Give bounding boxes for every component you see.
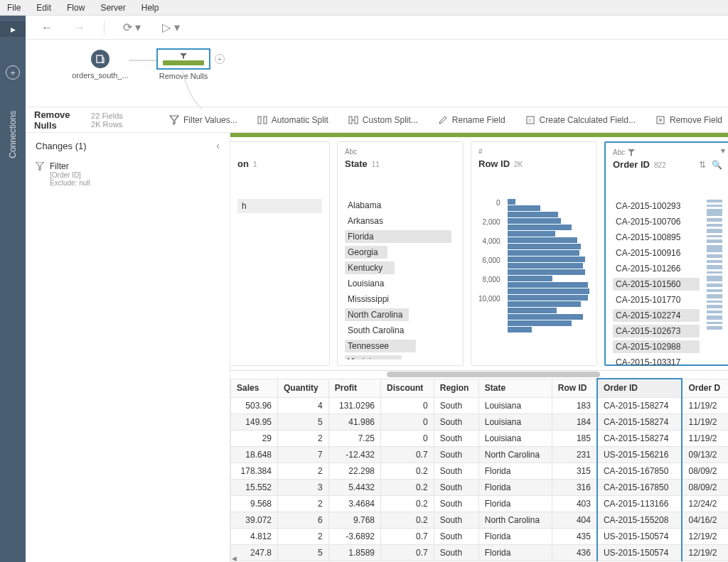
column-header[interactable]: Discount [381, 379, 434, 397]
column-header[interactable]: State [478, 379, 552, 397]
value-row[interactable]: CA-2015-100916 [613, 247, 700, 259]
scroll-left-icon[interactable]: ◀ [232, 555, 237, 562]
add-step-button[interactable]: + [215, 54, 225, 64]
cell: 12/19/2 [682, 544, 728, 561]
table-row[interactable]: 247.851.85890.7SouthFlorida436US-2015-15… [231, 544, 729, 561]
menu-help[interactable]: Help [139, 1, 162, 14]
pencil-icon [438, 115, 448, 125]
table-row[interactable]: 39.07269.7680.2SouthNorth Carolina404CA-… [231, 512, 729, 528]
add-connection-button[interactable]: + [6, 65, 20, 80]
menu-flow[interactable]: Flow [64, 1, 87, 14]
column-header[interactable]: Sales [231, 379, 278, 397]
value-row[interactable]: Georgia [345, 246, 387, 259]
sidebar-expand-icon[interactable]: ▸ [0, 21, 26, 37]
column-header[interactable]: Profit [328, 379, 380, 397]
value-row[interactable]: Kentucky [345, 261, 395, 274]
value-row[interactable]: CA-2015-101266 [613, 262, 700, 275]
menu-edit[interactable]: Edit [33, 1, 54, 14]
field-card-orderid[interactable]: ▾ Abc Order ID 822 ⇅ 🔍 [604, 141, 728, 366]
cell: 5 [277, 544, 328, 561]
table-row[interactable]: 9.56823.46840.2SouthFlorida403CA-2015-11… [231, 495, 729, 512]
value-row[interactable]: CA-2015-102274 [613, 309, 700, 322]
value-row[interactable]: Florida [345, 230, 451, 243]
menu-server[interactable]: Server [97, 1, 128, 14]
field-card-region[interactable]: on 1 h [230, 141, 330, 366]
value-row[interactable]: Mississippi [345, 293, 456, 306]
card-title: State [345, 158, 368, 169]
sort-icon[interactable]: ⇅ [699, 160, 706, 170]
value-row[interactable]: South Carolina [345, 324, 456, 337]
cell: 2 [277, 463, 328, 479]
value-row[interactable]: CA-2015-100895 [613, 231, 700, 244]
cell: 404 [552, 512, 597, 528]
cell: 315 [552, 463, 597, 479]
column-header[interactable]: Row ID [552, 379, 597, 397]
table-row[interactable]: 18.6487-12.4320.7SouthNorth Carolina231U… [231, 446, 729, 463]
value-row[interactable]: CA-2015-100293 [613, 200, 700, 212]
table-row[interactable]: 4.8122-3.68920.7SouthFlorida435US-2015-1… [231, 528, 729, 544]
cell: CA-2015-158274 [597, 397, 682, 414]
back-button[interactable]: ← [37, 20, 57, 36]
cell: Louisiana [478, 414, 552, 430]
cell: 29 [231, 430, 278, 446]
rename-field-button[interactable]: Rename Field [438, 115, 505, 125]
svg-rect-3 [264, 117, 267, 124]
table-row[interactable]: 178.384222.2980.2SouthFlorida315CA-2015-… [231, 463, 729, 479]
column-header[interactable]: Region [434, 379, 478, 397]
table-row[interactable]: 2927.250SouthLouisiana185CA-2015-1582741… [231, 430, 729, 446]
remove-field-button[interactable]: Remove Field [655, 115, 722, 125]
table-row[interactable]: 149.95541.9860SouthLouisiana184CA-2015-1… [231, 414, 729, 430]
auto-split-button[interactable]: Automatic Split [257, 115, 328, 125]
value-row[interactable]: Alabama [345, 199, 456, 212]
run-button[interactable]: ▷ ▾ [158, 19, 183, 36]
refresh-button[interactable]: ⟳ ▾ [119, 19, 145, 36]
cell: Florida [478, 528, 552, 544]
value-row[interactable]: h [237, 199, 322, 213]
cell: CA-2015-167850 [597, 479, 682, 495]
cell: 184 [552, 414, 597, 430]
flow-canvas[interactable]: orders_south_... Remove Nulls + [26, 40, 728, 107]
card-menu-icon[interactable]: ▾ [721, 146, 725, 156]
change-item[interactable]: Filter [Order ID] Exclude: null [36, 158, 220, 190]
column-header[interactable]: Order ID [597, 379, 682, 397]
value-row[interactable]: CA-2015-100706 [613, 215, 700, 228]
cell: CA-2015-158274 [597, 414, 682, 430]
value-row[interactable]: Tennessee [345, 340, 416, 352]
search-icon[interactable]: 🔍 [712, 160, 722, 170]
cell: 3 [277, 479, 328, 495]
field-card-rowid[interactable]: # Row ID 2K 02,0004,0006,0008,00010,000 [471, 141, 597, 366]
svg-text:=: = [528, 117, 532, 124]
value-row[interactable]: Virginia [345, 355, 402, 360]
cell: US-2015-150574 [597, 528, 682, 544]
field-card-state[interactable]: Abc State 11 AlabamaArkansasFloridaGeorg… [337, 141, 464, 366]
value-row[interactable]: CA-2015-103317 [613, 356, 700, 369]
horizontal-scrollbar[interactable] [230, 371, 728, 378]
column-header[interactable]: Order D [682, 379, 728, 397]
table-row[interactable]: 15.55235.44320.2SouthFlorida316CA-2015-1… [231, 479, 729, 495]
custom-split-icon [348, 115, 358, 125]
collapse-changes-button[interactable]: ‹ [216, 140, 220, 151]
change-label: Filter [50, 161, 90, 171]
flow-input-node[interactable]: orders_south_... [68, 50, 132, 80]
value-row[interactable]: CA-2015-101560 [613, 278, 700, 291]
data-grid[interactable]: ◀ SalesQuantityProfitDiscountRegionState… [230, 370, 728, 562]
calculated-field-button[interactable]: = Create Calculated Field... [525, 115, 636, 125]
filter-values-button[interactable]: Filter Values... [169, 115, 237, 125]
cell: South [434, 495, 478, 512]
value-row[interactable]: Arkansas [345, 215, 456, 227]
value-row[interactable]: CA-2015-102988 [613, 340, 700, 353]
cell: 183 [552, 397, 597, 414]
cell: 18.648 [231, 446, 278, 463]
menu-file[interactable]: File [4, 1, 23, 14]
custom-split-button[interactable]: Custom Split... [348, 115, 418, 125]
column-header[interactable]: Quantity [277, 379, 328, 397]
value-row[interactable]: CA-2015-101770 [613, 293, 700, 306]
value-row[interactable]: CA-2015-102673 [613, 325, 700, 337]
forward-button[interactable]: → [70, 20, 90, 36]
scrollbar-thumb[interactable] [387, 372, 600, 377]
cell: 231 [552, 446, 597, 463]
value-row[interactable]: North Carolina [345, 308, 409, 321]
table-row[interactable]: 503.964131.02960SouthLouisiana183CA-2015… [231, 397, 729, 414]
cell: 0.7 [381, 544, 434, 561]
value-row[interactable]: Louisiana [345, 277, 456, 290]
